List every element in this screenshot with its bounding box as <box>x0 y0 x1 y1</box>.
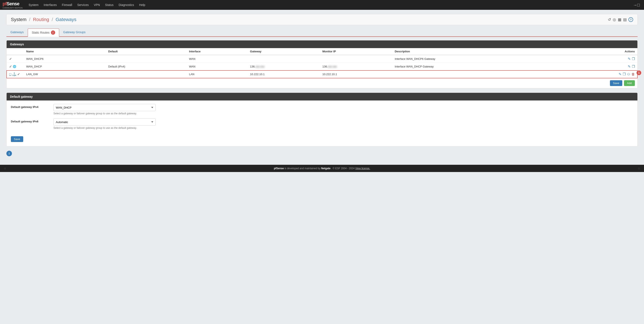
reload-icon[interactable]: ↺ <box>608 17 611 22</box>
gateway-description: Interface WAN_DHCP6 Gateway <box>392 55 559 63</box>
routing-tabs: Gateways Static Routes 2 Gateway Groups <box>6 28 638 37</box>
status-checkmark-icon: ✓ <box>9 57 12 61</box>
table-row: ✓ WAN_DHCP6 WAN Interface WAN_DHCP6 Gate… <box>6 55 638 63</box>
gateway-monitor-ip <box>320 55 392 63</box>
add-button[interactable]: Add <box>624 80 635 86</box>
row-icons-cell: ✓ 🌐 <box>6 63 24 70</box>
edit-icon[interactable]: ✎ <box>628 57 630 61</box>
save-button[interactable]: Save <box>610 80 622 86</box>
col-description: Description <box>392 48 559 55</box>
gateway-actions: ✎ ❐ ⦵ 🗑 1 <box>560 70 638 78</box>
edit-icon[interactable]: ✎ <box>628 64 630 68</box>
edit-icon[interactable]: ✎ <box>619 72 622 76</box>
nav-item-interfaces[interactable]: Interfaces <box>41 0 59 10</box>
static-routes-badge: 2 <box>51 30 55 35</box>
gateway-default <box>106 70 186 78</box>
default-gateway-form: Default gateway IPv4 WAN_DHCP Automatic … <box>6 100 638 136</box>
ipv6-help: Select a gateway or failover gateway gro… <box>54 126 633 129</box>
status-checkmark-icon: ✓ <box>17 72 20 76</box>
logout-button[interactable]: →□ <box>631 2 642 7</box>
list-icon[interactable]: ▤ <box>623 17 627 22</box>
nav-item-firewall[interactable]: Firewall <box>60 0 75 10</box>
col-icons <box>6 48 24 55</box>
ipv6-form-group: Default gateway IPv6 Automatic WAN_DHCP6… <box>11 118 633 129</box>
breadcrumb-gateways[interactable]: Gateways <box>56 17 76 22</box>
table-row: ✓ 🌐 WAN_DHCP Default (IPv4) WAN 136.xxx.… <box>6 63 638 70</box>
nav-item-services[interactable]: Services <box>75 0 91 10</box>
gateway-name: WAN_DHCP6 <box>24 55 106 63</box>
tab-gateways[interactable]: Gateways <box>6 28 28 36</box>
footer-copyright: . © ESF 2004 - 2024 <box>331 167 355 170</box>
row-icons-cell: ✓ <box>6 55 24 63</box>
tab-gateway-groups[interactable]: Gateway Groups <box>59 28 90 36</box>
nav-item-system[interactable]: System <box>26 0 41 10</box>
disable-icon[interactable]: ⦵ <box>627 72 630 76</box>
gateway-ip: 136.xxx.xxx <box>248 63 320 70</box>
footer-company: Netgate <box>321 167 330 170</box>
nav-menu: System Interfaces Firewall Services VPN … <box>26 0 148 10</box>
ipv6-select[interactable]: Automatic WAN_DHCP6 None <box>54 118 156 126</box>
default-gateway-save-button[interactable]: Save <box>11 136 23 142</box>
gateway-default: Default (IPv4) <box>106 63 186 70</box>
gateways-table: Name Default Interface Gateway Monitor I… <box>6 48 638 78</box>
gateway-description <box>392 70 559 78</box>
copy-icon[interactable]: ❐ <box>632 64 635 68</box>
gateway-description: Interface WAN_DHCP Gateway <box>392 63 559 70</box>
square-icon[interactable]: □ <box>9 72 11 76</box>
footer-brand: pfSense <box>274 167 284 170</box>
delete-icon[interactable]: 🗑 <box>632 72 635 76</box>
copy-icon[interactable]: ❐ <box>623 72 626 76</box>
page-header: System / Routing / Gateways ↺ ◎ ▦ ▤ ? <box>6 14 638 25</box>
stop-icon[interactable]: ◎ <box>613 17 616 22</box>
ipv4-form-group: Default gateway IPv4 WAN_DHCP Automatic … <box>11 104 633 115</box>
navbar-right: →□ <box>631 2 642 7</box>
info-circle-icon[interactable]: i <box>6 151 12 156</box>
table-row: □ ⚓ ✓ LAN_GW LAN 10.222.10.1 10.222.10.1… <box>6 70 638 78</box>
gateway-ip <box>248 55 320 63</box>
row-number-badge: 1 <box>636 70 641 75</box>
gateways-panel-title: Gateways <box>6 40 638 48</box>
status-checkmark-icon: ✓ <box>9 64 12 68</box>
gateway-interface: WAN <box>186 55 248 63</box>
table-actions: Save Add <box>6 78 638 88</box>
footer-license-link[interactable]: View license. <box>355 167 370 170</box>
ipv4-select[interactable]: WAN_DHCP Automatic None <box>54 104 156 111</box>
breadcrumb: System / Routing / Gateways <box>11 17 76 22</box>
gateway-ip: 10.222.10.1 <box>248 70 320 78</box>
chart-icon[interactable]: ▦ <box>618 17 622 22</box>
ipv6-label: Default gateway IPv6 <box>11 118 54 123</box>
ipv4-label: Default gateway IPv4 <box>11 104 54 109</box>
navbar: pfSense COMMUNITY EDITION System Interfa… <box>0 0 644 10</box>
info-area: i <box>6 151 638 156</box>
nav-item-status[interactable]: Status <box>102 0 116 10</box>
edition-label: COMMUNITY EDITION <box>2 7 22 9</box>
save-area: Save <box>6 136 638 146</box>
row-icons-cell: □ ⚓ ✓ <box>6 70 24 78</box>
gateways-panel: Gateways Name Default Interface Gateway … <box>6 40 638 88</box>
footer-text: is developed and maintained by <box>284 167 321 170</box>
gateway-monitor-ip: 10.222.10.1 <box>320 70 392 78</box>
gateway-monitor-ip: 136.xxx.xxx <box>320 63 392 70</box>
nav-item-help[interactable]: Help <box>136 0 148 10</box>
default-gateway-panel: Default gateway Default gateway IPv4 WAN… <box>6 93 638 146</box>
gateway-name: LAN_GW <box>24 70 106 78</box>
anchor-icon[interactable]: ⚓ <box>12 72 16 76</box>
col-default: Default <box>106 48 186 55</box>
col-interface: Interface <box>186 48 248 55</box>
nav-item-diagnostics[interactable]: Diagnostics <box>116 0 136 10</box>
breadcrumb-routing[interactable]: Routing <box>33 17 49 22</box>
gateway-interface: WAN <box>186 63 248 70</box>
copy-icon[interactable]: ❐ <box>632 57 635 61</box>
content-wrapper: System / Routing / Gateways ↺ ◎ ▦ ▤ ? Ga… <box>0 10 644 165</box>
gateway-actions: ✎ ❐ <box>560 55 638 63</box>
brand-logo[interactable]: pfSense COMMUNITY EDITION <box>2 1 22 9</box>
nav-item-vpn[interactable]: VPN <box>91 0 102 10</box>
default-gateway-title: Default gateway <box>6 93 638 100</box>
gateway-name: WAN_DHCP <box>24 63 106 70</box>
ipv4-help: Select a gateway or failover gateway gro… <box>54 112 633 115</box>
gateway-interface: LAN <box>186 70 248 78</box>
footer-left-icon: □ <box>4 167 6 170</box>
tab-static-routes[interactable]: Static Routes 2 <box>28 28 59 36</box>
pfsense-logo: pfSense <box>2 1 22 6</box>
help-icon[interactable]: ? <box>628 17 633 22</box>
